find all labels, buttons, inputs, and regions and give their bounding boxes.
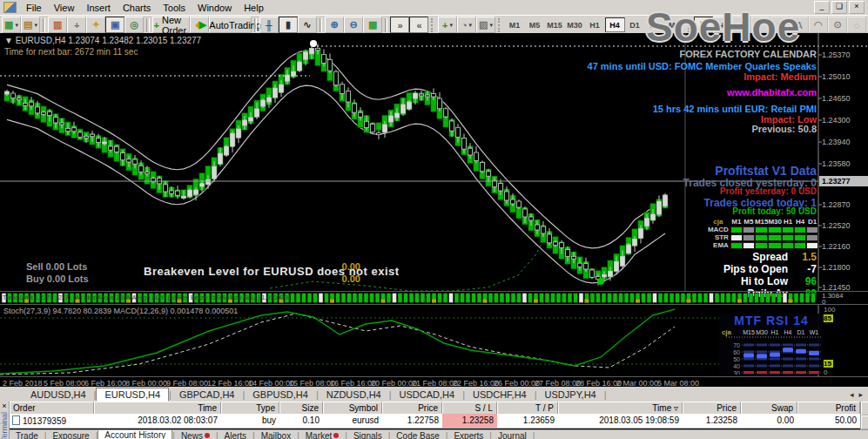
chart-tab-eurusd[interactable]: EURUSD,H4 xyxy=(96,388,169,402)
column-header-price-9[interactable]: Price xyxy=(683,402,741,414)
menu-tools[interactable]: Tools xyxy=(157,2,192,14)
new-order-button[interactable]: +New Order xyxy=(152,17,190,33)
menu-insert[interactable]: Insert xyxy=(80,2,117,14)
terminal-scrollbar[interactable]: ▲ ▼ xyxy=(860,402,868,429)
terminal-tab-mailbox[interactable]: Mailbox xyxy=(255,431,297,439)
tabs-scroll-left-icon[interactable]: ◂ xyxy=(850,390,854,399)
navigator-button[interactable]: ✦ xyxy=(86,17,105,33)
terminal-tab-signals[interactable]: Signals xyxy=(347,431,388,439)
menu-view[interactable]: View xyxy=(48,2,81,14)
periods-button[interactable]: ◔▾ xyxy=(457,17,476,33)
chevron-down-icon[interactable]: ▾ xyxy=(449,22,453,29)
chat-button[interactable]: ◌ xyxy=(847,17,866,33)
chevron-down-icon[interactable]: ▾ xyxy=(469,22,473,29)
column-header-swap-10[interactable]: Swap xyxy=(741,402,797,414)
chart-shift-button[interactable]: « xyxy=(409,17,428,33)
column-header-order-0[interactable]: Order xyxy=(10,402,94,414)
zoom-out-button[interactable]: ⊖ xyxy=(344,17,363,33)
timeframe-m30[interactable]: M30 xyxy=(565,17,585,32)
menu-file[interactable]: File xyxy=(20,2,48,14)
terminal-tab-code-base[interactable]: Code Base xyxy=(390,431,445,439)
terminal-button[interactable]: ▣ xyxy=(105,17,124,33)
auto-scroll-button[interactable]: » xyxy=(390,17,409,33)
column-header-size-3[interactable]: Size xyxy=(279,402,323,414)
line-chart-button[interactable]: ∿ xyxy=(298,17,317,33)
menu-items: FileViewInsertChartsToolsWindowHelp xyxy=(20,3,270,13)
column-header-type-2[interactable]: Type xyxy=(221,402,279,414)
column-header-time-1[interactable]: Time xyxy=(94,402,221,414)
tabs-scroll-right-icon[interactable]: ▸ xyxy=(858,390,863,399)
tile-windows-button[interactable]: ▦ xyxy=(363,17,382,33)
menu-window[interactable]: Window xyxy=(192,2,238,14)
column-header-profit-11[interactable]: Profit xyxy=(797,402,860,414)
chart-tab-nzdusd[interactable]: NZDUSD,H4 xyxy=(319,388,389,401)
terminal-tab-experts[interactable]: Experts xyxy=(447,431,489,439)
scroll-down-icon[interactable]: ▼ xyxy=(861,415,868,429)
indicators-button[interactable]: +▾ xyxy=(438,17,457,33)
column-header-price-5[interactable]: Price xyxy=(382,402,442,414)
restore-button[interactable]: ❏ xyxy=(831,1,847,14)
autotrading-icon: ▶ xyxy=(199,19,206,30)
timeframe-h4[interactable]: H4 xyxy=(605,17,625,32)
data-window-button[interactable]: + xyxy=(67,17,86,33)
arrows-button[interactable]: ◠ xyxy=(809,17,828,33)
chart-tab-usdjpy[interactable]: USDJPY,H4 xyxy=(537,388,604,401)
candle-chart-button[interactable]: ▮ xyxy=(279,17,298,33)
search-button[interactable]: ⊙ xyxy=(828,17,847,33)
fibonacci-button[interactable]: ≡ xyxy=(770,17,790,33)
chart-tab-gbpcad[interactable]: GBPCAD,H4 xyxy=(172,388,243,401)
zoom-in-button[interactable]: ⊕ xyxy=(325,17,344,33)
cursor-button[interactable]: ➤ xyxy=(694,17,713,33)
terminal-tab-account-history[interactable]: Account History xyxy=(98,430,172,439)
column-header-time-8[interactable]: Time ▿ xyxy=(558,402,683,414)
vline-button[interactable]: │ xyxy=(751,17,770,33)
text-label-button[interactable]: A xyxy=(790,17,809,33)
chevron-down-icon[interactable]: ▾ xyxy=(489,22,493,29)
timeframe-h1[interactable]: H1 xyxy=(585,17,605,32)
market-watch-button[interactable]: ▥ xyxy=(48,17,67,33)
timeframe-m5[interactable]: M5 xyxy=(525,17,545,32)
timeframe-mn[interactable]: MN xyxy=(665,17,685,32)
autotrading-button[interactable]: ▶AutoTrading xyxy=(209,17,252,33)
history-table-header[interactable]: OrderTimeTypeSizeSymbolPriceS / LT / PTi… xyxy=(10,402,860,414)
column-header-symbol-4[interactable]: Symbol xyxy=(323,402,382,414)
chart-window: ▼ EURUSD,H4 1.23074 1.23482 1.23015 1.23… xyxy=(0,33,868,387)
main-chart[interactable]: ▼ EURUSD,H4 1.23074 1.23482 1.23015 1.23… xyxy=(0,33,868,291)
chart-tab-gbpusd[interactable]: GBPUSD,H4 xyxy=(245,388,316,401)
chevron-down-icon[interactable]: ▾ xyxy=(15,22,18,29)
timeframe-m1[interactable]: M1 xyxy=(505,17,525,32)
stochastic-pane[interactable]: Stoch(27,3,9) 94.7820 80.2839 MACD(12,26… xyxy=(0,305,868,377)
bar-chart-button[interactable]: ╫ xyxy=(259,17,279,33)
menu-charts[interactable]: Charts xyxy=(117,2,157,14)
crosshair-button[interactable]: + xyxy=(713,17,732,33)
terminal-close-icon[interactable]: × xyxy=(2,402,6,410)
chevron-down-icon[interactable]: ▾ xyxy=(34,22,37,29)
terminal-tab-news[interactable]: News xyxy=(175,431,216,439)
close-button[interactable]: × xyxy=(849,1,865,14)
scroll-up-icon[interactable]: ▲ xyxy=(861,402,868,415)
terminal-tab-exposure[interactable]: Exposure xyxy=(46,431,95,439)
column-header-tp-7[interactable]: T / P xyxy=(497,402,558,414)
menu-help[interactable]: Help xyxy=(238,2,270,14)
terminal-tab-trade[interactable]: Trade xyxy=(10,431,44,439)
terminal-tab-journal[interactable]: Journal xyxy=(492,431,533,439)
trendline-button[interactable]: ╱ xyxy=(732,17,751,33)
timeframe-d1[interactable]: D1 xyxy=(625,17,645,32)
timeframe-w1[interactable]: W1 xyxy=(645,17,665,32)
calendar-website[interactable]: www.dhabitafx.com xyxy=(727,87,817,98)
terminal-tab-alerts[interactable]: Alerts xyxy=(219,431,253,439)
strategy-tester-button[interactable]: ◎ xyxy=(124,17,144,33)
history-table-row[interactable]: 1013793592018.03.02 08:03:07buy0.10eurus… xyxy=(10,414,860,429)
new-chart-button[interactable]: ▦▾ xyxy=(2,17,21,33)
chart-tab-usdcad[interactable]: USDCAD,H4 xyxy=(392,388,463,401)
templates-button[interactable]: ▨▾ xyxy=(476,17,495,33)
chart-tab-audusd[interactable]: AUDUSD,H4 xyxy=(23,388,94,401)
profiles-button[interactable]: ▤▾ xyxy=(21,17,40,33)
chart-tab-usdchf[interactable]: USDCHF,H4 xyxy=(465,388,535,401)
column-header-sl-6[interactable]: S / L xyxy=(442,402,497,414)
minimize-button[interactable]: _ xyxy=(814,1,830,14)
app-icon xyxy=(3,2,17,13)
timeframe-m15[interactable]: M15 xyxy=(545,17,565,32)
terminal-tab-market[interactable]: Market xyxy=(299,431,346,439)
collapse-icon[interactable]: ▼ xyxy=(4,36,13,45)
